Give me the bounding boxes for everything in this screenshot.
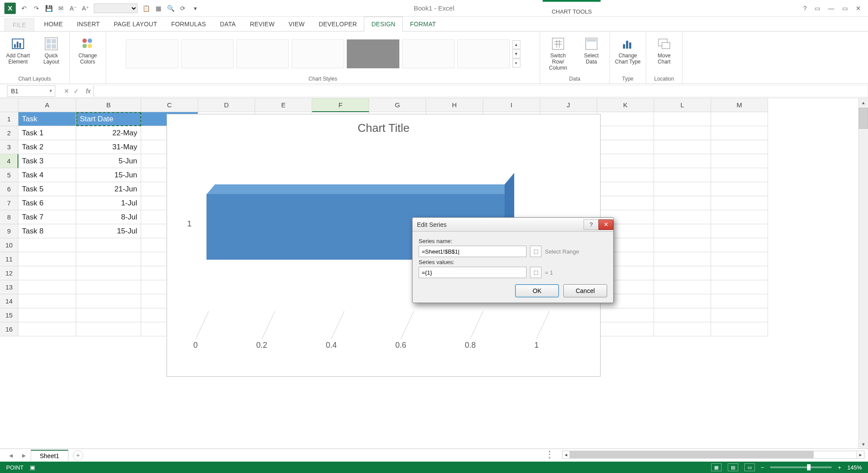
- cell-K5[interactable]: [597, 168, 654, 182]
- tab-insert[interactable]: INSERT: [70, 17, 107, 31]
- cell-A7[interactable]: Task 6: [18, 196, 76, 210]
- qat-dropdown[interactable]: [94, 4, 138, 13]
- row-header-7[interactable]: 7: [0, 196, 18, 210]
- row-header-15[interactable]: 15: [0, 308, 18, 322]
- cell-L13[interactable]: [654, 280, 711, 294]
- cell-L10[interactable]: [654, 238, 711, 252]
- row-header-4[interactable]: 4: [0, 154, 18, 168]
- cell-A14[interactable]: [18, 294, 76, 308]
- change-colors-button[interactable]: Change Colors: [74, 36, 101, 65]
- column-header-G[interactable]: G: [369, 98, 426, 112]
- chart-style-2[interactable]: [181, 39, 234, 68]
- cell-K15[interactable]: [597, 308, 654, 322]
- chart-style-6[interactable]: [402, 39, 455, 68]
- cell-A9[interactable]: Task 8: [18, 224, 76, 238]
- cell-A1[interactable]: Task: [18, 112, 76, 126]
- qat-more-icon[interactable]: ▾: [191, 4, 199, 12]
- cell-M16[interactable]: [711, 322, 768, 336]
- cell-L5[interactable]: [654, 168, 711, 182]
- cell-B6[interactable]: 21-Jun: [76, 182, 141, 196]
- column-header-D[interactable]: D: [198, 98, 255, 112]
- cell-K3[interactable]: [597, 140, 654, 154]
- vertical-scrollbar[interactable]: ▲ ▼: [858, 98, 868, 448]
- cell-M2[interactable]: [711, 126, 768, 140]
- cancel-formula-icon[interactable]: ✕: [64, 88, 69, 95]
- column-header-F[interactable]: F: [312, 98, 369, 112]
- formula-input[interactable]: [93, 85, 868, 97]
- column-header-B[interactable]: B: [76, 98, 141, 112]
- cell-M6[interactable]: [711, 182, 768, 196]
- row-header-3[interactable]: 3: [0, 140, 18, 154]
- select-data-button[interactable]: Select Data: [578, 36, 605, 65]
- cell-M1[interactable]: [711, 112, 768, 126]
- cell-L12[interactable]: [654, 266, 711, 280]
- sheet-nav-prev-icon[interactable]: ◄: [4, 452, 18, 459]
- cell-L3[interactable]: [654, 140, 711, 154]
- series-values-range-icon[interactable]: ⬚: [530, 267, 541, 278]
- chart-styles-more-icon[interactable]: ▾: [512, 59, 520, 67]
- cell-M4[interactable]: [711, 154, 768, 168]
- vscroll-thumb[interactable]: [859, 108, 868, 129]
- cell-K16[interactable]: [597, 322, 654, 336]
- chart-style-3[interactable]: [236, 39, 289, 68]
- cell-B4[interactable]: 5-Jun: [76, 154, 141, 168]
- ok-button[interactable]: OK: [515, 284, 559, 297]
- minimize-icon[interactable]: —: [828, 5, 834, 12]
- paste-icon[interactable]: 📋: [142, 4, 150, 12]
- row-header-9[interactable]: 9: [0, 224, 18, 238]
- tab-formulas[interactable]: FORMULAS: [164, 17, 213, 31]
- column-header-A[interactable]: A: [18, 98, 76, 112]
- column-header-J[interactable]: J: [540, 98, 597, 112]
- tab-home[interactable]: HOME: [37, 17, 70, 31]
- cell-M13[interactable]: [711, 280, 768, 294]
- tab-page-layout[interactable]: PAGE LAYOUT: [107, 17, 164, 31]
- chart-title[interactable]: Chart Title: [167, 121, 600, 135]
- chart-styles-down-icon[interactable]: ▼: [512, 49, 520, 58]
- cell-M9[interactable]: [711, 224, 768, 238]
- row-header-2[interactable]: 2: [0, 126, 18, 140]
- close-icon[interactable]: ✕: [856, 5, 861, 12]
- cell-M8[interactable]: [711, 210, 768, 224]
- change-chart-type-button[interactable]: Change Chart Type: [614, 36, 641, 65]
- cell-B15[interactable]: [76, 308, 141, 322]
- series-values-input[interactable]: [419, 267, 526, 278]
- help-icon[interactable]: ?: [803, 5, 807, 12]
- chart-style-5[interactable]: [347, 39, 399, 68]
- row-header-13[interactable]: 13: [0, 280, 18, 294]
- cell-M15[interactable]: [711, 308, 768, 322]
- cell-L7[interactable]: [654, 196, 711, 210]
- column-header-I[interactable]: I: [483, 98, 540, 112]
- cell-B9[interactable]: 15-Jul: [76, 224, 141, 238]
- cell-L15[interactable]: [654, 308, 711, 322]
- column-header-H[interactable]: H: [426, 98, 483, 112]
- redo-icon[interactable]: ↷: [32, 4, 40, 12]
- horizontal-scrollbar[interactable]: ◄ ►: [549, 451, 864, 459]
- dialog-close-icon[interactable]: ✕: [598, 219, 613, 230]
- hscroll-right-icon[interactable]: ►: [857, 451, 864, 459]
- dialog-titlebar[interactable]: Edit Series ? ✕: [413, 218, 613, 232]
- series-name-range-icon[interactable]: ⬚: [530, 246, 541, 257]
- row-header-11[interactable]: 11: [0, 252, 18, 266]
- cancel-button[interactable]: Cancel: [563, 284, 607, 297]
- table-icon[interactable]: ▦: [154, 4, 162, 12]
- cell-M12[interactable]: [711, 266, 768, 280]
- preview-icon[interactable]: 🔍: [167, 4, 174, 12]
- cell-B11[interactable]: [76, 252, 141, 266]
- cell-M10[interactable]: [711, 238, 768, 252]
- column-header-K[interactable]: K: [597, 98, 654, 112]
- cell-A5[interactable]: Task 4: [18, 168, 76, 182]
- cell-B2[interactable]: 22-May: [76, 126, 141, 140]
- cell-K2[interactable]: [597, 126, 654, 140]
- series-name-input[interactable]: [419, 246, 526, 257]
- row-header-1[interactable]: 1: [0, 112, 18, 126]
- cell-B16[interactable]: [76, 322, 141, 336]
- name-box[interactable]: B1: [7, 85, 55, 97]
- cell-B10[interactable]: [76, 238, 141, 252]
- hscroll-left-icon[interactable]: ◄: [562, 451, 570, 459]
- cell-K6[interactable]: [597, 182, 654, 196]
- enter-formula-icon[interactable]: ✓: [74, 88, 79, 95]
- cell-L6[interactable]: [654, 182, 711, 196]
- restore-icon[interactable]: ▭: [842, 5, 848, 12]
- row-header-8[interactable]: 8: [0, 210, 18, 224]
- row-header-5[interactable]: 5: [0, 168, 18, 182]
